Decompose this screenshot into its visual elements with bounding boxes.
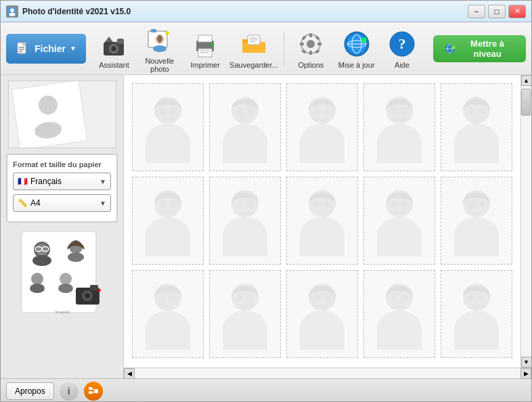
close-button[interactable]: ✕ xyxy=(508,5,526,18)
photo-cell[interactable] xyxy=(209,177,281,265)
paper-label: A4 xyxy=(30,198,99,208)
scroll-down-button[interactable]: ▼ xyxy=(521,357,532,367)
svg-point-82 xyxy=(248,108,253,114)
svg-rect-33 xyxy=(309,33,312,37)
imprimer-button[interactable]: Imprimer xyxy=(184,26,227,72)
link-icon xyxy=(88,386,99,397)
minimize-button[interactable]: − xyxy=(468,5,485,18)
svg-rect-21 xyxy=(198,35,212,42)
scroll-thumb[interactable] xyxy=(521,89,531,116)
svg-point-97 xyxy=(248,201,253,208)
nouvelle-photo-button[interactable]: Nouvelle photo xyxy=(138,22,181,76)
person-silhouette xyxy=(215,89,275,166)
photo-cell[interactable] xyxy=(132,177,204,265)
apropos-button[interactable]: Apropos xyxy=(6,382,54,400)
svg-point-63 xyxy=(32,255,51,266)
canvas-with-scrollbar: ▲ ▼ xyxy=(124,75,531,367)
photo-cell[interactable] xyxy=(209,270,281,358)
svg-point-108 xyxy=(160,294,165,301)
info-button[interactable]: i xyxy=(60,382,79,401)
app-icon xyxy=(6,5,18,18)
format-box: Format et taille du papier 🇫🇷 Français ▼… xyxy=(6,154,118,223)
svg-rect-124 xyxy=(95,389,98,393)
svg-point-102 xyxy=(391,201,397,208)
maximize-button[interactable]: □ xyxy=(488,5,506,18)
svg-point-12 xyxy=(112,47,116,51)
window-controls: − □ ✕ xyxy=(468,5,526,18)
assistant-icon xyxy=(98,28,129,60)
scroll-left-button[interactable]: ◀ xyxy=(124,368,135,379)
photo-cell[interactable] xyxy=(209,83,281,171)
aide-button[interactable]: ? Aide xyxy=(380,26,423,72)
svg-point-79 xyxy=(171,108,176,114)
person-silhouette xyxy=(369,275,430,353)
svg-point-114 xyxy=(314,294,319,301)
update-button[interactable]: Mettre à niveau xyxy=(433,35,526,62)
svg-point-96 xyxy=(237,201,242,208)
photo-cell[interactable] xyxy=(286,177,358,265)
sample-svg: SnapArt xyxy=(12,228,113,316)
svg-point-99 xyxy=(314,201,319,208)
svg-point-105 xyxy=(468,201,474,208)
svg-point-69 xyxy=(58,284,73,293)
svg-rect-74 xyxy=(90,285,98,290)
svg-point-118 xyxy=(402,294,407,301)
photo-cell[interactable] xyxy=(132,83,204,171)
svg-rect-39 xyxy=(302,49,307,53)
photo-cell[interactable] xyxy=(363,270,435,358)
nouvelle-photo-icon xyxy=(144,24,175,55)
assistant-button[interactable]: Assistant xyxy=(93,26,135,72)
photo-cell[interactable] xyxy=(441,83,512,171)
photo-cell[interactable] xyxy=(441,270,512,358)
person-silhouette xyxy=(137,182,198,260)
format-title: Format et taille du papier xyxy=(13,160,111,169)
scroll-track[interactable] xyxy=(521,86,531,357)
scroll-up-button[interactable]: ▲ xyxy=(521,75,532,86)
photo-cell[interactable] xyxy=(132,270,204,358)
photo-cell[interactable] xyxy=(286,83,358,171)
svg-rect-36 xyxy=(317,43,322,45)
link-button[interactable] xyxy=(84,382,103,401)
photo-cell[interactable] xyxy=(286,270,358,358)
photo-grid xyxy=(124,75,520,366)
paper-icon: 📏 xyxy=(18,198,28,208)
svg-point-121 xyxy=(479,294,485,301)
sauvegarder-button[interactable]: Sauvegarder... xyxy=(229,26,278,72)
svg-point-65 xyxy=(68,252,84,262)
paper-dropdown[interactable]: 📏 A4 ▼ xyxy=(13,194,111,212)
scroll-right-button[interactable]: ▶ xyxy=(520,368,531,379)
scroll-track-h xyxy=(135,368,520,378)
person-silhouette xyxy=(215,275,275,353)
file-menu-button[interactable]: Fichier ▼ xyxy=(6,34,86,64)
person-silhouette xyxy=(446,275,507,353)
chevron-down-icon-2: ▼ xyxy=(99,200,106,207)
photo-cell[interactable] xyxy=(441,177,512,265)
grid-row-0 xyxy=(132,83,512,171)
photo-cell[interactable] xyxy=(363,83,435,171)
main-area: Format et taille du papier 🇫🇷 Français ▼… xyxy=(1,75,531,378)
person-silhouette xyxy=(369,182,430,260)
person-silhouette xyxy=(215,182,275,260)
language-label: Français xyxy=(30,177,99,186)
options-button[interactable]: Options xyxy=(290,26,332,72)
person-silhouette xyxy=(369,89,430,166)
svg-point-68 xyxy=(60,273,72,285)
mise-a-jour-icon xyxy=(341,28,372,60)
title-left: Photo d'identité v2021 v15.0 xyxy=(6,5,131,18)
grid-row-2 xyxy=(132,270,512,358)
update-icon xyxy=(444,42,456,55)
person-silhouette xyxy=(292,89,353,166)
svg-rect-16 xyxy=(151,29,156,32)
file-menu-arrow: ▼ xyxy=(70,45,76,52)
file-menu-label: Fichier xyxy=(35,43,66,54)
horizontal-scrollbar[interactable]: ◀ ▶ xyxy=(124,367,531,378)
photo-cell[interactable] xyxy=(363,177,435,265)
svg-rect-122 xyxy=(89,387,92,390)
svg-point-78 xyxy=(160,108,165,114)
mise-a-jour-button[interactable]: Mise à jour xyxy=(335,26,378,72)
language-dropdown[interactable]: 🇫🇷 Français ▼ xyxy=(13,173,111,190)
vertical-scrollbar[interactable]: ▲ ▼ xyxy=(520,75,531,367)
svg-point-109 xyxy=(171,294,176,301)
canvas-area[interactable] xyxy=(124,75,520,367)
options-icon xyxy=(295,28,326,60)
